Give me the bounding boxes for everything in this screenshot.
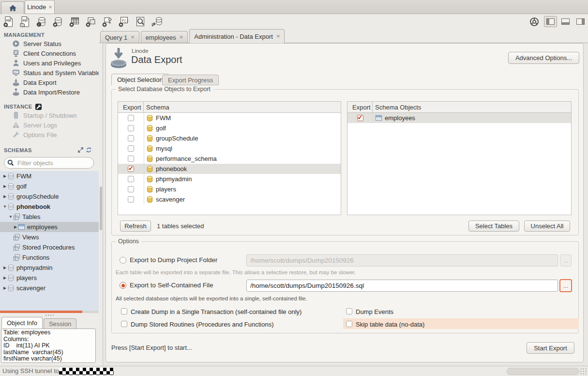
close-icon[interactable] [131,35,135,40]
table-row[interactable]: mysql [118,143,341,154]
start-export-button[interactable]: Start Export [527,342,574,354]
sidebar-item-data-import[interactable]: Data Import/Restore [0,87,99,97]
toggle-bottom-panel-button[interactable] [559,16,572,27]
table-row[interactable]: groupSchedule [118,133,341,143]
refresh-button[interactable]: Refresh [120,220,151,232]
unselect-all-button[interactable]: Unselect All [524,220,570,232]
browse-file-button[interactable]: ... [559,279,572,292]
export-checkbox-checked[interactable] [357,115,363,121]
collapse-arrow-icon[interactable] [8,215,13,219]
dump-project-folder-radio[interactable] [120,257,126,264]
expand-arrow-icon[interactable] [2,174,7,178]
tree-item-phonebook[interactable]: phonebook [0,202,99,212]
export-checkbox[interactable] [128,125,134,131]
tree-item-tables[interactable]: Tables [0,212,99,222]
connection-tab[interactable]: Linode [25,0,55,14]
sidebar-scrollbar[interactable] [99,29,103,366]
create-view-button[interactable] [84,15,98,28]
table-row[interactable]: performance_schema [118,154,341,164]
export-checkbox[interactable] [128,135,134,141]
export-checkbox[interactable] [128,196,134,203]
reconnect-dbms-button[interactable] [150,15,164,28]
search-icon [7,159,14,166]
tab-export-progress[interactable]: Export Progress [162,75,219,85]
self-contained-file-radio[interactable] [120,282,126,289]
expand-arrow-icon[interactable] [2,184,7,188]
schema-icon [7,284,15,292]
stored-routines-checkbox[interactable] [121,321,127,327]
table-row-selected[interactable]: employees [347,113,571,123]
export-checkbox[interactable] [128,115,134,121]
toggle-left-sidebar-button[interactable] [544,16,557,27]
new-query-tab-button[interactable]: SQL [2,15,15,28]
expand-arrow-icon[interactable] [2,266,7,270]
tree-item-players[interactable]: players [0,273,99,283]
tree-item-phpmyadmin[interactable]: phpmyadmin [0,263,99,273]
tree-item-fwm[interactable]: FWM [0,171,99,181]
create-function-button[interactable]: f() [117,15,131,28]
sidebar-item-users-privileges[interactable]: Users and Privileges [0,58,99,68]
tab-query-1[interactable]: Query 1 [100,31,139,43]
tree-item-golf[interactable]: golf [0,181,99,191]
self-contained-path-input[interactable] [246,280,558,292]
table-row[interactable]: players [118,184,341,194]
table-row[interactable]: FWM [118,113,341,123]
tab-session[interactable]: Session [44,318,76,329]
scrollbar-thumb[interactable] [100,187,102,230]
export-checkbox[interactable] [128,176,134,182]
tree-item-scavenger[interactable]: scavenger [0,283,99,293]
expand-arrow-icon[interactable] [13,225,18,229]
table-row-selected[interactable]: phonebook [118,164,341,174]
dump-events-checkbox[interactable] [346,308,352,314]
search-data-button[interactable] [134,15,147,28]
sidebar-item-options-file[interactable]: Options File [0,130,99,140]
expand-schemas-icon[interactable] [77,147,84,153]
create-schema-button[interactable] [51,15,65,28]
resize-grip[interactable] [580,368,588,376]
table-row[interactable]: phpmyadmin [118,174,341,184]
create-table-button[interactable] [68,15,81,28]
single-transaction-checkbox[interactable] [121,308,127,314]
expand-arrow-icon[interactable] [2,194,7,199]
export-checkbox[interactable] [128,156,134,162]
refresh-schemas-icon[interactable] [86,147,92,153]
collapse-arrow-icon[interactable] [2,204,7,209]
expand-arrow-icon[interactable] [2,286,7,290]
export-checkbox[interactable] [128,145,134,152]
tab-employees[interactable]: employees [141,31,188,43]
atom-button[interactable] [528,15,541,28]
tab-administration-data-export[interactable]: Administration - Data Export [189,29,285,43]
open-sql-script-button[interactable]: SQL [18,15,32,28]
export-checkbox[interactable] [128,186,134,192]
horizontal-scrollbar-thumb[interactable] [507,368,579,375]
sidebar-item-client-connections[interactable]: Client Connections [0,48,99,58]
tree-item-stored-procedures[interactable]: Stored Procedures [0,242,99,252]
sidebar-item-data-export[interactable]: Data Export [0,78,99,87]
skip-table-data-checkbox[interactable] [346,321,352,327]
tab-object-info[interactable]: Object Info [1,317,43,329]
tree-item-groupschedule[interactable]: groupSchedule [0,191,99,202]
filter-objects-input[interactable] [16,159,86,167]
schema-inspector-button[interactable]: i [35,15,48,28]
toggle-right-sidebar-button[interactable] [574,16,587,27]
tab-object-selection[interactable]: Object Selection [111,74,169,85]
tree-item-employees[interactable]: employees [0,222,99,232]
expand-arrow-icon[interactable] [2,276,7,280]
advanced-options-button[interactable]: Advanced Options... [508,52,579,64]
sidebar-item-server-logs[interactable]: Server Logs [0,120,99,130]
close-icon[interactable] [180,35,183,40]
tree-item-views[interactable]: Views [0,232,99,242]
sidebar-item-server-status[interactable]: Server Status [0,39,99,48]
home-tab[interactable] [1,1,24,14]
tree-item-functions[interactable]: Functions [0,252,99,263]
sidebar-item-startup-shutdown[interactable]: Startup / Shutdown [0,110,99,120]
table-row[interactable]: scavenger [118,194,341,204]
table-row[interactable]: golf [118,123,341,133]
select-tables-button[interactable]: Select Tables [468,220,519,232]
splitter-handle[interactable] [0,313,99,317]
create-procedure-button[interactable] [101,15,114,28]
export-checkbox-checked[interactable] [128,166,134,172]
close-icon[interactable] [276,34,280,39]
sidebar-item-system-variables[interactable]: Status and System Variables [0,68,99,78]
close-icon[interactable] [48,5,52,10]
